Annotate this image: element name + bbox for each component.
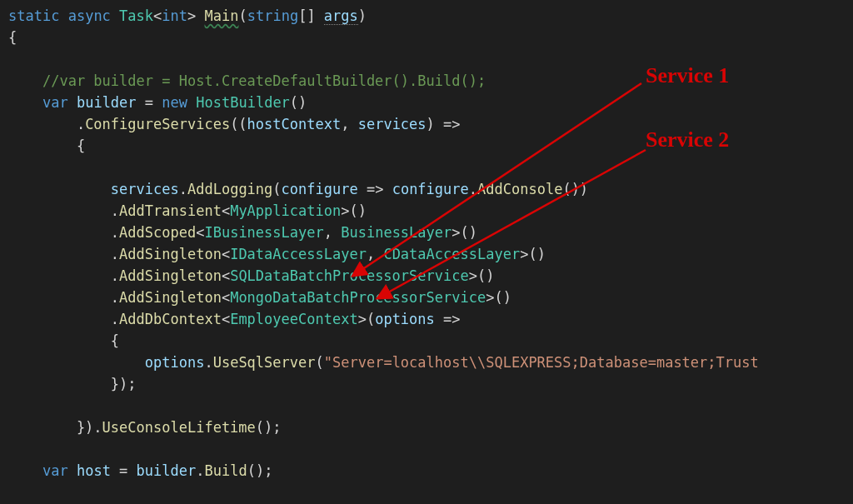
code-line: }).UseConsoleLifetime(); [8,419,282,436]
code-line: static async Task<int> Main(string[] arg… [8,7,367,25]
code-line: .AddDbContext<EmployeeContext>(options =… [8,311,461,327]
code-line: .ConfigureServices((hostContext, service… [8,116,461,132]
code-line: .AddSingleton<SQLDataBatchProcessorServi… [8,267,494,284]
code-block[interactable]: static async Task<int> Main(string[] arg… [0,0,853,482]
code-line: //var builder = Host.CreateDefaultBuilde… [8,72,486,89]
code-line: { [8,137,85,154]
code-line: .AddSingleton<MongoDataBatchProcessorSer… [8,289,511,306]
code-line: services.AddLogging(configure => configu… [8,181,588,197]
code-line: .AddScoped<IBusinessLayer, BusinessLayer… [8,224,477,241]
code-line: options.UseSqlServer("Server=localhost\\… [8,354,759,371]
code-line: .AddTransient<MyApplication>() [8,202,367,219]
code-line: .AddSingleton<IDataAccessLayer, CDataAcc… [8,246,546,262]
code-line: var builder = new HostBuilder() [8,94,307,111]
code-line: }); [8,376,137,392]
code-line: { [8,29,17,46]
code-line: { [8,332,119,349]
code-line: var host = builder.Build(); [8,462,272,479]
